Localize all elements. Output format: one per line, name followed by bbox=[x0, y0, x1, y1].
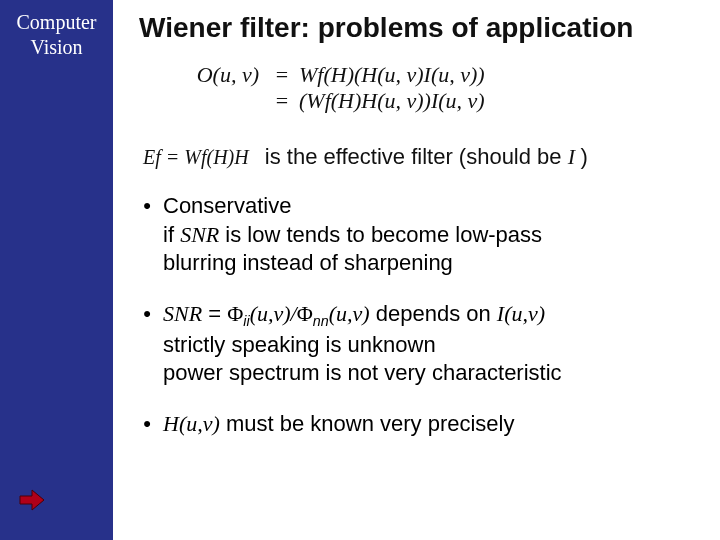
equation-row-2: = (Wf(H)H(u, v))I(u, v) bbox=[193, 88, 700, 114]
bullet-dot-icon: • bbox=[139, 301, 155, 327]
bullet-dot-icon: • bbox=[139, 411, 155, 437]
eq2-sign: = bbox=[265, 88, 299, 114]
effective-text: is the effective filter (should be I ) bbox=[259, 144, 588, 170]
h-uv-symbol: H(u,v) bbox=[163, 411, 220, 436]
sidebar-title: Computer Vision bbox=[17, 10, 97, 60]
bullet-2-line3: power spectrum is not very characteristi… bbox=[139, 359, 700, 388]
equation-row-1: O(u, v) = Wf(H)(H(u, v)I(u, v)) bbox=[193, 62, 700, 88]
bullet-list: • Conservative if SNR is low tends to be… bbox=[139, 192, 700, 439]
bullet-1-line3: blurring instead of sharpening bbox=[139, 249, 700, 278]
eq2-rhs: (Wf(H)H(u, v))I(u, v) bbox=[299, 88, 485, 114]
eq1-lhs: O(u, v) bbox=[193, 62, 265, 88]
sidebar: Computer Vision bbox=[0, 0, 113, 540]
effective-lhs: Ef = Wf(H)H bbox=[143, 146, 249, 169]
phi-symbol: Φ bbox=[227, 301, 243, 326]
i-uv-symbol: I(u,v) bbox=[497, 301, 545, 326]
sidebar-title-line2: Vision bbox=[30, 36, 82, 58]
arrow-right-icon bbox=[18, 488, 46, 512]
eq1-rhs: Wf(H)(H(u, v)I(u, v)) bbox=[299, 62, 485, 88]
snr-symbol: SNR bbox=[180, 222, 219, 247]
effective-filter-line: Ef = Wf(H)H is the effective filter (sho… bbox=[143, 144, 700, 170]
eq1-sign: = bbox=[265, 62, 299, 88]
bullet-1: • Conservative if SNR is low tends to be… bbox=[139, 192, 700, 278]
page-title: Wiener filter: problems of application bbox=[139, 12, 700, 44]
bullet-dot-icon: • bbox=[139, 193, 155, 219]
bullet-2-head: SNR = Φii(u,v)/Φnn(u,v) depends on I(u,v… bbox=[163, 300, 545, 331]
bullet-2: • SNR = Φii(u,v)/Φnn(u,v) depends on I(u… bbox=[139, 300, 700, 388]
content-area: Wiener filter: problems of application O… bbox=[113, 0, 720, 540]
phi-symbol: Φ bbox=[297, 301, 313, 326]
bullet-3-body: H(u,v) must be known very precisely bbox=[163, 410, 514, 439]
bullet-1-head: Conservative bbox=[163, 192, 291, 221]
bullet-2-line2: strictly speaking is unknown bbox=[139, 331, 700, 360]
snr-symbol: SNR bbox=[163, 301, 202, 326]
equation-block: O(u, v) = Wf(H)(H(u, v)I(u, v)) = (Wf(H)… bbox=[193, 62, 700, 114]
sidebar-title-line1: Computer bbox=[17, 11, 97, 33]
bullet-3: • H(u,v) must be known very precisely bbox=[139, 410, 700, 439]
bullet-1-line2: if SNR is low tends to become low-pass bbox=[139, 221, 700, 250]
phi-sub-nn: nn bbox=[313, 313, 329, 329]
effective-symbol: I bbox=[568, 144, 581, 169]
slide: Computer Vision Wiener filter: problems … bbox=[0, 0, 720, 540]
